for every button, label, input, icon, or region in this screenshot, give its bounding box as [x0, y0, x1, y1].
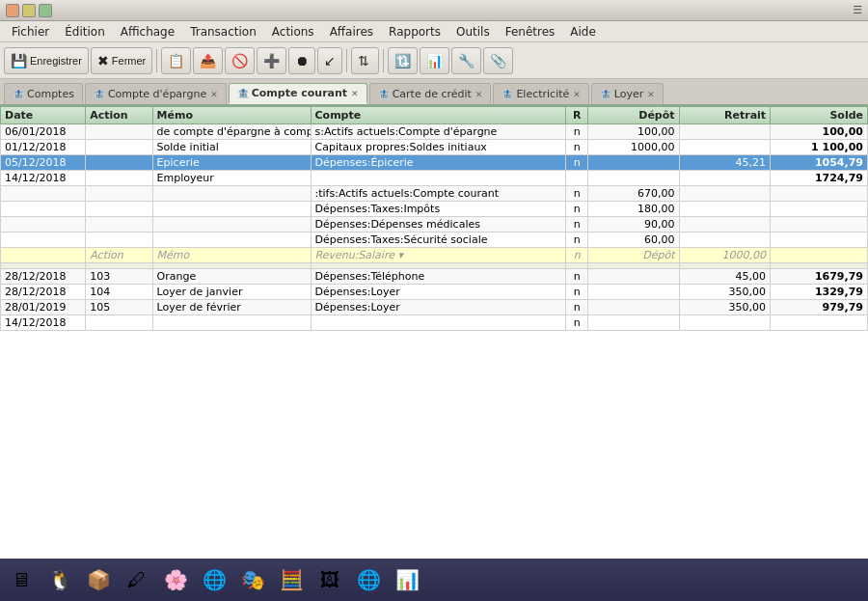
- cell-r[interactable]: n: [566, 217, 588, 232]
- cell-compte[interactable]: [311, 171, 566, 186]
- cell-action[interactable]: [86, 171, 152, 186]
- cell-compte[interactable]: Dépenses:Taxes:Impôts: [311, 202, 566, 217]
- cell-depot[interactable]: 1000,00: [587, 140, 679, 155]
- cell-r[interactable]: n: [566, 202, 588, 217]
- cell-r[interactable]: n: [566, 124, 588, 140]
- cell-retrait[interactable]: [679, 315, 771, 331]
- menu-item-affichage[interactable]: Affichage: [113, 23, 182, 41]
- tab-comptedpargne[interactable]: 🏦Compte d'épargne✕: [85, 83, 227, 104]
- cell-solde[interactable]: [771, 315, 868, 331]
- package-icon[interactable]: 📦: [81, 562, 116, 597]
- cell-memo[interactable]: de compte d'épargne à compte courant: [152, 124, 311, 140]
- table-row[interactable]: Dépenses:Taxes:Impôtsn180,00: [1, 202, 868, 217]
- menu-item-rapports[interactable]: Rapports: [381, 23, 448, 41]
- cell-action[interactable]: [86, 315, 152, 331]
- browser2-icon[interactable]: 🌐: [351, 562, 386, 597]
- cell-solde[interactable]: 1329,79: [771, 285, 868, 300]
- edit-icon[interactable]: 🖊: [120, 562, 154, 597]
- down-button[interactable]: ↙: [317, 47, 342, 74]
- cell-compte[interactable]: Dépenses:Dépenses médicales: [311, 217, 566, 232]
- copy-button[interactable]: 📋: [161, 47, 191, 74]
- cell-compte[interactable]: Capitaux propres:Soldes initiaux: [311, 140, 566, 155]
- cell-retrait[interactable]: [679, 217, 771, 232]
- cell-compte[interactable]: [311, 315, 566, 331]
- cell-retrait[interactable]: 350,00: [679, 300, 771, 315]
- menu-icon[interactable]: ☰: [853, 4, 862, 16]
- cell-date[interactable]: 28/12/2018: [1, 269, 86, 285]
- cell-solde[interactable]: [771, 248, 868, 263]
- cell-depot[interactable]: [587, 269, 679, 285]
- cell-compte[interactable]: Dépenses:Loyer: [311, 300, 566, 315]
- menu-item-fentres[interactable]: Fenêtres: [498, 23, 563, 41]
- cell-retrait[interactable]: [679, 232, 771, 248]
- refresh-button[interactable]: 🔃: [388, 47, 418, 74]
- cell-action[interactable]: Action: [86, 248, 152, 263]
- tab-close-icon[interactable]: ✕: [573, 90, 581, 99]
- table-row[interactable]: Dépenses:Taxes:Sécurité socialen60,00: [1, 232, 868, 248]
- cell-depot[interactable]: [587, 285, 679, 300]
- chart-button[interactable]: 📊: [420, 47, 449, 74]
- table-row[interactable]: 14/12/2018Employeur1724,79: [1, 171, 868, 186]
- cell-date[interactable]: [1, 217, 86, 232]
- cell-memo[interactable]: [152, 315, 311, 331]
- menu-item-actions[interactable]: Actions: [264, 23, 322, 41]
- tab-comptes[interactable]: 🏦Comptes: [4, 83, 83, 104]
- cell-r[interactable]: n: [566, 269, 588, 285]
- repartition-button[interactable]: ⇅: [351, 47, 379, 74]
- record-button[interactable]: ⏺: [288, 47, 315, 74]
- cell-solde[interactable]: 1054,79: [771, 155, 868, 171]
- table-row[interactable]: 28/12/2018104Loyer de janvierDépenses:Lo…: [1, 285, 868, 300]
- tab-electricit[interactable]: 🏦Electricité✕: [493, 83, 588, 104]
- cell-compte[interactable]: Dépenses:Loyer: [311, 285, 566, 300]
- settings-button[interactable]: 🔧: [451, 47, 481, 74]
- tab-comptecourant[interactable]: 🏦Compte courant✕: [229, 83, 367, 104]
- cell-action[interactable]: 105: [86, 300, 152, 315]
- calculator-icon[interactable]: 🧮: [274, 562, 309, 597]
- cell-r[interactable]: n: [566, 140, 588, 155]
- cell-memo[interactable]: Orange: [152, 269, 311, 285]
- cell-solde[interactable]: 979,79: [771, 300, 868, 315]
- cell-r[interactable]: n: [566, 300, 588, 315]
- terminal-icon[interactable]: 🖥: [4, 562, 39, 597]
- cell-date[interactable]: [1, 232, 86, 248]
- tab-loyer[interactable]: 🏦Loyer✕: [591, 83, 664, 104]
- cell-action[interactable]: [86, 186, 152, 202]
- save-button[interactable]: 💾 Enregistrer: [4, 47, 89, 74]
- cell-retrait[interactable]: 45,00: [679, 269, 771, 285]
- tab-close-icon[interactable]: ✕: [351, 89, 359, 98]
- table-row[interactable]: 28/01/2019105Loyer de févrierDépenses:Lo…: [1, 300, 868, 315]
- cell-date[interactable]: 28/12/2018: [1, 285, 86, 300]
- tab-close-icon[interactable]: ✕: [475, 90, 483, 99]
- cell-action[interactable]: [86, 155, 152, 171]
- cell-memo[interactable]: Loyer de février: [152, 300, 311, 315]
- cell-r[interactable]: [566, 171, 588, 186]
- cell-memo[interactable]: Loyer de janvier: [152, 285, 311, 300]
- cell-date[interactable]: 14/12/2018: [1, 315, 86, 331]
- apps2-icon[interactable]: 🎭: [235, 562, 270, 597]
- paste-button[interactable]: 📤: [193, 47, 223, 74]
- menu-item-affaires[interactable]: Affaires: [322, 23, 381, 41]
- cell-depot[interactable]: 90,00: [587, 217, 679, 232]
- cell-memo[interactable]: [152, 232, 311, 248]
- cell-solde[interactable]: [771, 232, 868, 248]
- cell-solde[interactable]: [771, 217, 868, 232]
- cell-memo[interactable]: [152, 202, 311, 217]
- cell-date[interactable]: [1, 248, 86, 263]
- menu-item-fichier[interactable]: Fichier: [4, 23, 57, 41]
- cell-action[interactable]: 103: [86, 269, 152, 285]
- menu-item-outils[interactable]: Outils: [448, 23, 498, 41]
- cell-solde[interactable]: [771, 202, 868, 217]
- menu-item-dition[interactable]: Édition: [57, 23, 113, 41]
- cell-action[interactable]: [86, 202, 152, 217]
- cell-depot[interactable]: Dépôt: [587, 248, 679, 263]
- apps-icon[interactable]: 🌸: [158, 562, 193, 597]
- cell-action[interactable]: [86, 140, 152, 155]
- cell-depot[interactable]: 670,00: [587, 186, 679, 202]
- cell-compte[interactable]: Dépenses:Taxes:Sécurité sociale: [311, 232, 566, 248]
- table-row[interactable]: Dépenses:Dépenses médicalesn90,00: [1, 217, 868, 232]
- attach-button[interactable]: 📎: [483, 47, 513, 74]
- cell-memo[interactable]: Solde initial: [152, 140, 311, 155]
- cell-date[interactable]: 14/12/2018: [1, 171, 86, 186]
- cell-compte[interactable]: Revenu:Salaire ▾: [311, 248, 566, 263]
- cell-date[interactable]: 06/01/2018: [1, 124, 86, 140]
